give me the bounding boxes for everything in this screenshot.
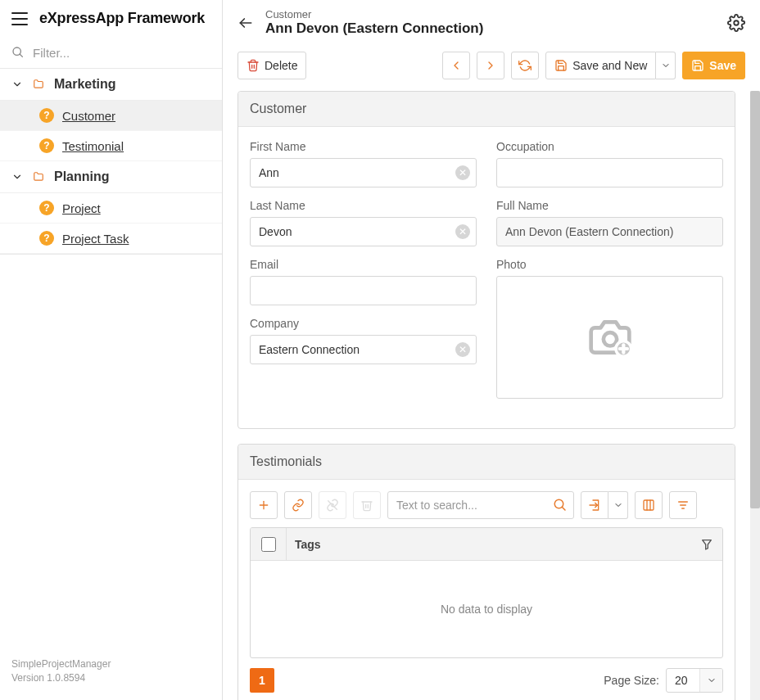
back-button[interactable]	[238, 15, 254, 31]
refresh-icon	[518, 59, 532, 72]
last-name-input[interactable]	[250, 217, 477, 246]
save-button[interactable]: Save	[682, 52, 745, 79]
chevron-left-icon	[450, 59, 463, 72]
add-button[interactable]	[250, 491, 278, 519]
prev-record-button[interactable]	[442, 52, 470, 79]
sidebar: eXpressApp Framework Marketing ? Custome…	[0, 0, 223, 700]
nav-item-label: Testimonial	[62, 139, 124, 153]
grid-search-input[interactable]	[387, 491, 574, 519]
full-name-input	[496, 217, 723, 246]
app-brand: eXpressApp Framework	[39, 10, 205, 27]
menu-toggle-button[interactable]	[11, 12, 28, 25]
save-new-icon	[554, 59, 568, 72]
svg-line-1	[20, 54, 22, 56]
column-chooser-button[interactable]	[635, 491, 663, 519]
select-all-checkbox[interactable]	[261, 537, 276, 552]
breadcrumb: Customer	[265, 8, 483, 20]
company-input[interactable]	[250, 335, 477, 364]
photo-label: Photo	[496, 258, 723, 271]
nav-item-label: Project Task	[62, 232, 129, 246]
grid-empty-text: No data to display	[251, 561, 722, 657]
delete-label: Delete	[265, 59, 297, 72]
testimonials-panel: Testimonials	[238, 444, 735, 700]
svg-marker-20	[703, 540, 712, 549]
chevron-right-icon	[484, 59, 497, 72]
camera-add-icon	[583, 314, 637, 360]
caret-down-icon	[661, 61, 671, 70]
question-icon: ?	[39, 138, 54, 153]
nav-item-customer[interactable]: ? Customer	[0, 101, 222, 131]
plus-icon	[257, 499, 270, 512]
customer-panel-title: Customer	[238, 92, 735, 127]
delete-row-button	[353, 491, 381, 519]
trash-icon	[247, 59, 260, 72]
chevron-down-icon	[11, 79, 23, 90]
export-icon	[588, 499, 601, 512]
email-label: Email	[250, 258, 477, 271]
photo-upload[interactable]	[496, 276, 723, 399]
page-size-caret[interactable]	[699, 669, 722, 692]
export-button[interactable]	[581, 491, 608, 519]
nav-item-project[interactable]: ? Project	[0, 193, 222, 224]
company-label: Company	[250, 317, 477, 330]
refresh-button[interactable]	[511, 52, 539, 79]
last-name-label: Last Name	[250, 199, 477, 212]
question-icon: ?	[39, 231, 54, 246]
trash-icon	[360, 499, 373, 512]
page-size-select[interactable]: 20	[666, 668, 723, 693]
page-number-1[interactable]: 1	[250, 668, 274, 693]
clear-button[interactable]: ✕	[455, 165, 470, 180]
nav-item-project-task[interactable]: ? Project Task	[0, 224, 222, 254]
nav-item-label: Project	[62, 201, 101, 215]
clear-button[interactable]: ✕	[455, 224, 470, 239]
folder-icon	[31, 79, 46, 90]
full-name-label: Full Name	[496, 199, 723, 212]
question-icon: ?	[39, 201, 54, 215]
nav-item-label: Customer	[62, 109, 115, 123]
save-and-new-label: Save and New	[572, 59, 647, 72]
action-toolbar: Delete Save and New	[223, 43, 760, 91]
scrollbar-thumb[interactable]	[750, 91, 760, 508]
next-record-button[interactable]	[477, 52, 504, 79]
unlink-icon	[326, 499, 339, 512]
first-name-label: First Name	[250, 140, 477, 153]
export-dropdown[interactable]	[608, 491, 628, 519]
svg-point-3	[734, 20, 739, 25]
filter-builder-button[interactable]	[669, 491, 697, 519]
filter-icon	[676, 499, 690, 512]
nav-group-label: Marketing	[54, 77, 116, 92]
nav-item-testimonial[interactable]: ? Testimonial	[0, 131, 222, 161]
folder-icon	[31, 171, 46, 183]
first-name-input[interactable]	[250, 158, 477, 187]
footer-app-name: SimpleProjectManager	[11, 657, 210, 671]
nav-filter-input[interactable]	[33, 46, 210, 60]
link-icon	[292, 499, 305, 512]
save-and-new-dropdown[interactable]	[656, 52, 676, 79]
svg-point-4	[603, 332, 616, 345]
caret-down-icon	[707, 675, 717, 685]
link-button[interactable]	[284, 491, 312, 519]
customer-panel: Customer First Name ✕	[238, 91, 735, 429]
unlink-button	[319, 491, 346, 519]
footer-version: Version 1.0.8594	[11, 671, 210, 685]
occupation-input[interactable]	[496, 158, 723, 187]
email-input[interactable]	[250, 276, 477, 305]
testimonials-grid: Tags No data to display	[250, 527, 723, 658]
nav-group-planning[interactable]: Planning	[0, 161, 222, 193]
save-label: Save	[709, 59, 736, 72]
svg-rect-14	[644, 500, 654, 510]
occupation-label: Occupation	[496, 140, 723, 153]
delete-button[interactable]: Delete	[238, 52, 306, 79]
columns-icon	[642, 499, 655, 512]
column-header-tags[interactable]: Tags	[287, 538, 691, 551]
clear-button[interactable]: ✕	[455, 342, 470, 357]
save-icon	[691, 59, 704, 72]
header-filter-icon[interactable]	[700, 538, 713, 551]
chevron-down-icon	[11, 171, 23, 183]
settings-button[interactable]	[727, 14, 745, 32]
nav-group-marketing[interactable]: Marketing	[0, 69, 222, 101]
save-and-new-button[interactable]: Save and New	[545, 52, 656, 79]
caret-down-icon	[613, 500, 623, 510]
svg-line-12	[562, 507, 565, 510]
search-icon[interactable]	[553, 498, 568, 513]
